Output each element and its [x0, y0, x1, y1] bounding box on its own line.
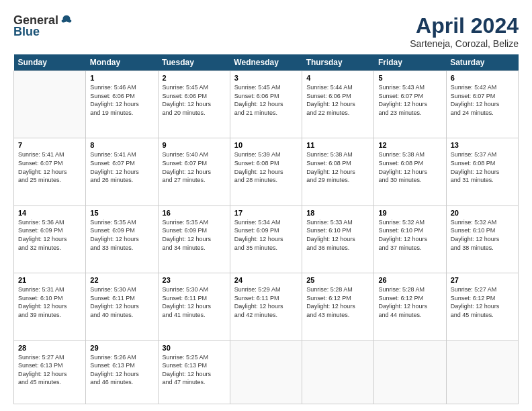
day-cell: 3Sunrise: 5:45 AM Sunset: 6:06 PM Daylig…	[230, 71, 302, 138]
week-row-4: 28Sunrise: 5:27 AM Sunset: 6:13 PM Dayli…	[14, 340, 519, 404]
week-row-3: 21Sunrise: 5:31 AM Sunset: 6:10 PM Dayli…	[14, 273, 519, 340]
day-cell: 14Sunrise: 5:36 AM Sunset: 6:09 PM Dayli…	[14, 205, 86, 273]
table-header: Sunday Monday Tuesday Wednesday Thursday…	[14, 54, 519, 71]
day-number: 18	[306, 209, 369, 217]
day-number: 16	[163, 209, 226, 217]
day-number: 20	[451, 209, 514, 217]
col-thursday: Thursday	[302, 54, 374, 71]
day-cell: 11Sunrise: 5:38 AM Sunset: 6:08 PM Dayli…	[302, 138, 374, 205]
day-info: Sunrise: 5:30 AM Sunset: 6:11 PM Dayligh…	[90, 285, 153, 319]
day-info: Sunrise: 5:46 AM Sunset: 6:06 PM Dayligh…	[90, 83, 153, 117]
week-row-1: 7Sunrise: 5:41 AM Sunset: 6:07 PM Daylig…	[14, 138, 519, 205]
day-cell: 25Sunrise: 5:28 AM Sunset: 6:12 PM Dayli…	[302, 273, 374, 340]
day-number: 12	[378, 141, 441, 149]
day-cell: 9Sunrise: 5:40 AM Sunset: 6:07 PM Daylig…	[158, 138, 230, 205]
logo-blue-text: Blue	[13, 25, 40, 39]
day-info: Sunrise: 5:44 AM Sunset: 6:06 PM Dayligh…	[306, 83, 369, 117]
day-cell: 4Sunrise: 5:44 AM Sunset: 6:06 PM Daylig…	[302, 71, 374, 138]
day-cell	[14, 71, 86, 138]
day-cell: 30Sunrise: 5:25 AM Sunset: 6:13 PM Dayli…	[158, 340, 230, 404]
day-cell	[230, 340, 302, 404]
table-body: 1Sunrise: 5:46 AM Sunset: 6:06 PM Daylig…	[14, 71, 519, 404]
main-title: April 2024	[410, 13, 519, 38]
day-info: Sunrise: 5:28 AM Sunset: 6:12 PM Dayligh…	[378, 285, 441, 319]
day-info: Sunrise: 5:34 AM Sunset: 6:09 PM Dayligh…	[234, 218, 298, 252]
day-info: Sunrise: 5:27 AM Sunset: 6:13 PM Dayligh…	[18, 353, 81, 387]
day-number: 11	[306, 141, 369, 149]
day-number: 27	[451, 276, 514, 284]
logo-bird-icon	[60, 14, 73, 28]
title-section: April 2024 Sarteneja, Corozal, Belize	[410, 13, 519, 49]
day-info: Sunrise: 5:29 AM Sunset: 6:11 PM Dayligh…	[234, 285, 298, 319]
week-row-2: 14Sunrise: 5:36 AM Sunset: 6:09 PM Dayli…	[14, 205, 519, 273]
day-cell: 2Sunrise: 5:45 AM Sunset: 6:06 PM Daylig…	[158, 71, 230, 138]
day-info: Sunrise: 5:39 AM Sunset: 6:08 PM Dayligh…	[234, 150, 298, 184]
calendar-table: Sunday Monday Tuesday Wednesday Thursday…	[13, 54, 519, 404]
col-wednesday: Wednesday	[230, 54, 302, 71]
day-info: Sunrise: 5:27 AM Sunset: 6:12 PM Dayligh…	[451, 285, 514, 319]
day-cell: 19Sunrise: 5:32 AM Sunset: 6:10 PM Dayli…	[374, 205, 446, 273]
day-info: Sunrise: 5:31 AM Sunset: 6:10 PM Dayligh…	[18, 285, 81, 319]
day-info: Sunrise: 5:45 AM Sunset: 6:06 PM Dayligh…	[163, 83, 226, 117]
day-cell: 15Sunrise: 5:35 AM Sunset: 6:09 PM Dayli…	[86, 205, 158, 273]
header-row: Sunday Monday Tuesday Wednesday Thursday…	[14, 54, 519, 71]
day-info: Sunrise: 5:41 AM Sunset: 6:07 PM Dayligh…	[18, 150, 81, 184]
day-cell: 17Sunrise: 5:34 AM Sunset: 6:09 PM Dayli…	[230, 205, 302, 273]
day-cell: 22Sunrise: 5:30 AM Sunset: 6:11 PM Dayli…	[86, 273, 158, 340]
logo: General Blue	[13, 13, 73, 39]
day-number: 19	[378, 209, 441, 217]
day-cell: 7Sunrise: 5:41 AM Sunset: 6:07 PM Daylig…	[14, 138, 86, 205]
day-number: 9	[163, 141, 226, 149]
day-cell: 29Sunrise: 5:26 AM Sunset: 6:13 PM Dayli…	[86, 340, 158, 404]
day-cell: 5Sunrise: 5:43 AM Sunset: 6:07 PM Daylig…	[374, 71, 446, 138]
day-info: Sunrise: 5:35 AM Sunset: 6:09 PM Dayligh…	[163, 218, 226, 252]
day-number: 22	[90, 276, 153, 284]
col-tuesday: Tuesday	[158, 54, 230, 71]
day-number: 4	[306, 74, 369, 82]
day-number: 21	[18, 276, 81, 284]
day-cell: 18Sunrise: 5:33 AM Sunset: 6:10 PM Dayli…	[302, 205, 374, 273]
day-cell	[302, 340, 374, 404]
subtitle: Sarteneja, Corozal, Belize	[410, 38, 519, 49]
day-cell: 23Sunrise: 5:30 AM Sunset: 6:11 PM Dayli…	[158, 273, 230, 340]
day-info: Sunrise: 5:25 AM Sunset: 6:13 PM Dayligh…	[163, 353, 226, 387]
day-info: Sunrise: 5:32 AM Sunset: 6:10 PM Dayligh…	[451, 218, 514, 252]
day-number: 10	[234, 141, 298, 149]
day-number: 6	[451, 74, 514, 82]
day-cell: 26Sunrise: 5:28 AM Sunset: 6:12 PM Dayli…	[374, 273, 446, 340]
day-number: 2	[163, 74, 226, 82]
day-number: 8	[90, 141, 153, 149]
day-cell: 12Sunrise: 5:38 AM Sunset: 6:08 PM Dayli…	[374, 138, 446, 205]
day-info: Sunrise: 5:42 AM Sunset: 6:07 PM Dayligh…	[451, 83, 514, 117]
day-info: Sunrise: 5:35 AM Sunset: 6:09 PM Dayligh…	[90, 218, 153, 252]
day-info: Sunrise: 5:38 AM Sunset: 6:08 PM Dayligh…	[306, 150, 369, 184]
col-sunday: Sunday	[14, 54, 86, 71]
day-number: 25	[306, 276, 369, 284]
day-cell: 6Sunrise: 5:42 AM Sunset: 6:07 PM Daylig…	[446, 71, 518, 138]
day-number: 29	[90, 344, 153, 352]
day-info: Sunrise: 5:30 AM Sunset: 6:11 PM Dayligh…	[163, 285, 226, 319]
day-number: 30	[163, 344, 226, 352]
day-number: 28	[18, 344, 81, 352]
day-number: 7	[18, 141, 81, 149]
week-row-0: 1Sunrise: 5:46 AM Sunset: 6:06 PM Daylig…	[14, 71, 519, 138]
day-info: Sunrise: 5:37 AM Sunset: 6:08 PM Dayligh…	[451, 150, 514, 184]
day-info: Sunrise: 5:28 AM Sunset: 6:12 PM Dayligh…	[306, 285, 369, 319]
day-cell	[446, 340, 518, 404]
day-cell: 27Sunrise: 5:27 AM Sunset: 6:12 PM Dayli…	[446, 273, 518, 340]
day-cell: 21Sunrise: 5:31 AM Sunset: 6:10 PM Dayli…	[14, 273, 86, 340]
day-number: 5	[378, 74, 441, 82]
header: General Blue April 2024 Sarteneja, Coroz…	[13, 13, 519, 49]
day-cell: 10Sunrise: 5:39 AM Sunset: 6:08 PM Dayli…	[230, 138, 302, 205]
day-number: 14	[18, 209, 81, 217]
day-cell: 28Sunrise: 5:27 AM Sunset: 6:13 PM Dayli…	[14, 340, 86, 404]
day-number: 15	[90, 209, 153, 217]
day-number: 24	[234, 276, 298, 284]
day-number: 17	[234, 209, 298, 217]
day-info: Sunrise: 5:33 AM Sunset: 6:10 PM Dayligh…	[306, 218, 369, 252]
day-info: Sunrise: 5:43 AM Sunset: 6:07 PM Dayligh…	[378, 83, 441, 117]
day-cell: 1Sunrise: 5:46 AM Sunset: 6:06 PM Daylig…	[86, 71, 158, 138]
day-number: 23	[163, 276, 226, 284]
day-number: 3	[234, 74, 298, 82]
col-friday: Friday	[374, 54, 446, 71]
